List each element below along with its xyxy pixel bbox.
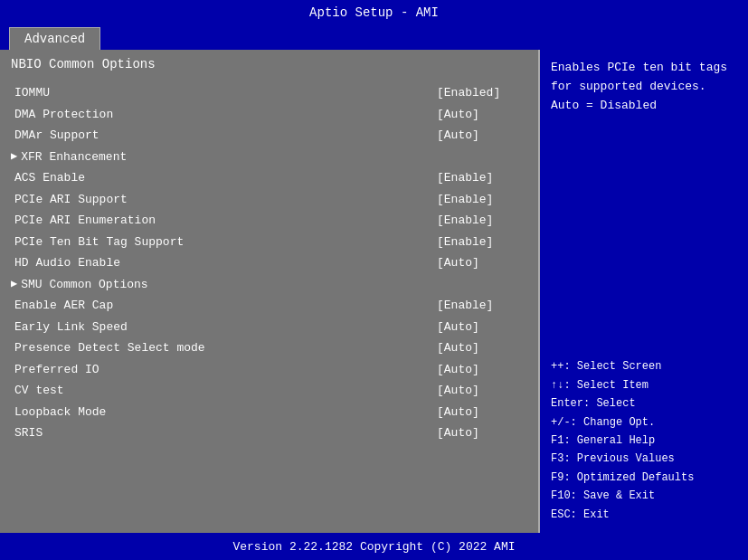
- menu-item-4[interactable]: ACS Enable[Enable]: [11, 167, 527, 189]
- app-title: Aptio Setup - AMI: [309, 5, 439, 20]
- menu-item-name: ACS Enable: [14, 169, 437, 187]
- key-hint-3: +/-: Change Opt.: [551, 413, 737, 432]
- menu-item-15[interactable]: Loopback Mode[Auto]: [11, 402, 527, 423]
- menu-item-name: PCIe Ten Bit Tag Support: [14, 233, 437, 252]
- menu-item-name: DMA Protection: [14, 106, 437, 124]
- key-hint-1: ↑↓: Select Item: [551, 376, 737, 394]
- key-hint-5: F3: Previous Values: [551, 450, 737, 468]
- key-help: ++: Select Screen↑↓: Select ItemEnter: S…: [551, 357, 737, 524]
- bottom-bar: Version 2.22.1282 Copyright (C) 2022 AMI: [0, 533, 748, 560]
- menu-item-value: [Auto]: [437, 254, 527, 272]
- menu-items-container: IOMMU[Enabled] DMA Protection[Auto] DMAr…: [11, 82, 527, 444]
- menu-item-12[interactable]: Presence Detect Select mode[Auto]: [11, 337, 527, 359]
- tab-bar: Advanced: [0, 27, 100, 50]
- menu-item-7[interactable]: PCIe Ten Bit Tag Support[Enable]: [11, 232, 527, 253]
- menu-item-6[interactable]: PCIe ARI Enumeration[Enable]: [11, 210, 527, 232]
- menu-item-name: IOMMU: [14, 84, 437, 102]
- menu-item-name: SMU Common Options: [21, 276, 527, 294]
- menu-item-name: DMAr Support: [14, 127, 437, 145]
- key-hint-2: Enter: Select: [551, 394, 737, 413]
- menu-item-value: [Auto]: [437, 403, 527, 422]
- key-hint-8: ESC: Exit: [551, 506, 737, 524]
- tab-advanced[interactable]: Advanced: [9, 27, 100, 50]
- menu-item-value: [Enable]: [437, 233, 527, 252]
- menu-item-value: [Auto]: [437, 382, 527, 400]
- menu-item-value: [Enable]: [437, 297, 527, 315]
- menu-item-value: [Auto]: [437, 424, 527, 442]
- left-panel: NBIO Common Options IOMMU[Enabled] DMA P…: [0, 50, 540, 533]
- menu-item-name: Presence Detect Select mode: [14, 339, 437, 357]
- menu-item-name: Enable AER Cap: [14, 297, 437, 315]
- menu-item-14[interactable]: CV test[Auto]: [11, 380, 527, 402]
- menu-item-11[interactable]: Early Link Speed[Auto]: [11, 317, 527, 338]
- main-content: NBIO Common Options IOMMU[Enabled] DMA P…: [0, 50, 748, 533]
- key-hint-4: F1: General Help: [551, 432, 737, 450]
- menu-item-1[interactable]: DMA Protection[Auto]: [11, 104, 527, 126]
- submenu-arrow-icon: ▶: [11, 148, 17, 165]
- menu-item-13[interactable]: Preferred IO[Auto]: [11, 359, 527, 381]
- title-bar: Aptio Setup - AMI: [0, 0, 748, 25]
- menu-item-value: [Enabled]: [437, 84, 527, 102]
- menu-item-3[interactable]: ▶XFR Enhancement: [11, 147, 527, 168]
- menu-item-0[interactable]: IOMMU[Enabled]: [11, 82, 527, 104]
- menu-item-name: SRIS: [14, 424, 437, 442]
- section-title: NBIO Common Options: [11, 57, 527, 71]
- right-panel: Enables PCIe ten bit tags for supported …: [540, 50, 748, 533]
- menu-item-value: [Enable]: [437, 169, 527, 187]
- help-text: Enables PCIe ten bit tags for supported …: [551, 59, 737, 115]
- menu-item-5[interactable]: PCIe ARI Support[Enable]: [11, 189, 527, 211]
- menu-item-9[interactable]: ▶SMU Common Options: [11, 274, 527, 296]
- menu-item-name: HD Audio Enable: [14, 254, 437, 272]
- key-hint-6: F9: Optimized Defaults: [551, 469, 737, 487]
- menu-item-value: [Auto]: [437, 339, 527, 357]
- menu-item-name: Preferred IO: [14, 361, 437, 379]
- key-hint-0: ++: Select Screen: [551, 357, 737, 375]
- menu-item-value: [Enable]: [437, 191, 527, 209]
- menu-item-2[interactable]: DMAr Support[Auto]: [11, 125, 527, 147]
- menu-item-name: PCIe ARI Enumeration: [14, 212, 437, 230]
- submenu-arrow-icon: ▶: [11, 276, 17, 292]
- menu-item-value: [Auto]: [437, 318, 527, 337]
- menu-item-name: CV test: [14, 382, 437, 400]
- bios-screen: Aptio Setup - AMI Advanced NBIO Common O…: [0, 0, 748, 560]
- key-hint-7: F10: Save & Exit: [551, 487, 737, 505]
- menu-item-name: XFR Enhancement: [21, 148, 527, 166]
- menu-item-8[interactable]: HD Audio Enable[Auto]: [11, 252, 527, 274]
- top-bar: Aptio Setup - AMI Advanced: [0, 0, 748, 50]
- menu-item-name: Early Link Speed: [14, 318, 437, 337]
- version-footer: Version 2.22.1282 Copyright (C) 2022 AMI: [232, 540, 515, 554]
- menu-item-16[interactable]: SRIS[Auto]: [11, 422, 527, 444]
- menu-item-value: [Enable]: [437, 212, 527, 230]
- menu-item-value: [Auto]: [437, 106, 527, 124]
- menu-item-name: PCIe ARI Support: [14, 191, 437, 209]
- menu-item-10[interactable]: Enable AER Cap[Enable]: [11, 295, 527, 317]
- menu-item-value: [Auto]: [437, 127, 527, 145]
- menu-item-value: [Auto]: [437, 361, 527, 379]
- menu-item-name: Loopback Mode: [14, 403, 437, 422]
